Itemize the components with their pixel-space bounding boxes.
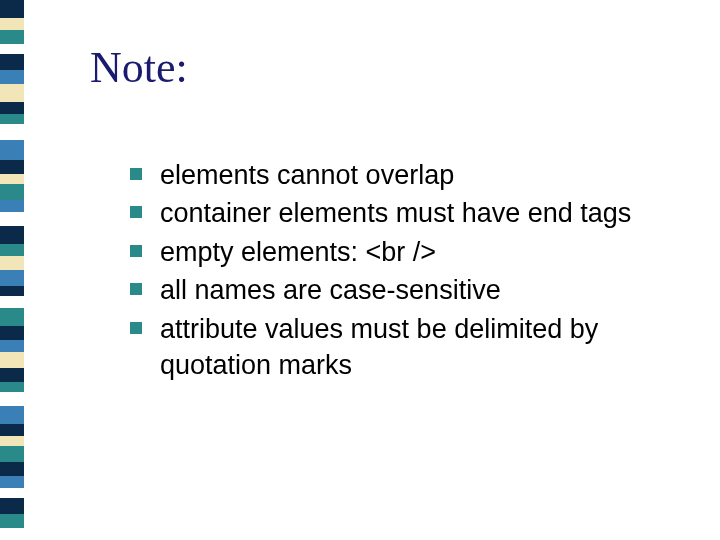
list-item: empty elements: <br /> bbox=[130, 234, 700, 270]
stripe-segment bbox=[0, 382, 24, 392]
slide: Note: elements cannot overlapcontainer e… bbox=[0, 0, 720, 540]
stripe-segment bbox=[0, 462, 24, 476]
stripe-segment bbox=[0, 114, 24, 124]
stripe-segment bbox=[0, 84, 24, 102]
stripe-segment bbox=[0, 200, 24, 212]
stripe-segment bbox=[0, 424, 24, 436]
stripe-segment bbox=[0, 476, 24, 488]
list-item: all names are case-sensitive bbox=[130, 272, 700, 308]
stripe-segment bbox=[0, 352, 24, 368]
stripe-segment bbox=[0, 296, 24, 308]
stripe-segment bbox=[0, 498, 24, 514]
stripe-segment bbox=[0, 44, 24, 54]
stripe-segment bbox=[0, 368, 24, 382]
stripe-segment bbox=[0, 70, 24, 84]
stripe-segment bbox=[0, 514, 24, 528]
stripe-segment bbox=[0, 286, 24, 296]
square-bullet-icon bbox=[130, 322, 142, 334]
stripe-segment bbox=[0, 184, 24, 200]
stripe-segment bbox=[0, 54, 24, 70]
stripe-segment bbox=[0, 18, 24, 30]
list-item-text: attribute values must be delimited by qu… bbox=[160, 314, 598, 380]
stripe-segment bbox=[0, 174, 24, 184]
list-item-text: empty elements: <br /> bbox=[160, 237, 436, 267]
stripe-segment bbox=[0, 102, 24, 114]
list-item-text: all names are case-sensitive bbox=[160, 275, 501, 305]
stripe-segment bbox=[0, 270, 24, 286]
square-bullet-icon bbox=[130, 283, 142, 295]
list-item-text: container elements must have end tags bbox=[160, 198, 631, 228]
list-item: attribute values must be delimited by qu… bbox=[130, 311, 700, 384]
stripe-segment bbox=[0, 160, 24, 174]
stripe-segment bbox=[0, 124, 24, 140]
square-bullet-icon bbox=[130, 168, 142, 180]
stripe-segment bbox=[0, 446, 24, 462]
slide-title: Note: bbox=[90, 42, 700, 93]
list-item: elements cannot overlap bbox=[130, 157, 700, 193]
stripe-segment bbox=[0, 488, 24, 498]
stripe-segment bbox=[0, 326, 24, 340]
stripe-segment bbox=[0, 226, 24, 244]
stripe-segment bbox=[0, 244, 24, 256]
bullet-list: elements cannot overlapcontainer element… bbox=[90, 157, 700, 384]
square-bullet-icon bbox=[130, 206, 142, 218]
stripe-segment bbox=[0, 308, 24, 326]
stripe-segment bbox=[0, 256, 24, 270]
stripe-segment bbox=[0, 140, 24, 160]
list-item: container elements must have end tags bbox=[130, 195, 700, 231]
decorative-stripe bbox=[0, 0, 24, 540]
stripe-segment bbox=[0, 406, 24, 424]
stripe-segment bbox=[0, 0, 24, 18]
stripe-segment bbox=[0, 212, 24, 226]
square-bullet-icon bbox=[130, 245, 142, 257]
stripe-segment bbox=[0, 30, 24, 44]
stripe-segment bbox=[0, 392, 24, 406]
stripe-segment bbox=[0, 340, 24, 352]
slide-content: Note: elements cannot overlapcontainer e… bbox=[90, 42, 700, 386]
stripe-segment bbox=[0, 436, 24, 446]
list-item-text: elements cannot overlap bbox=[160, 160, 454, 190]
